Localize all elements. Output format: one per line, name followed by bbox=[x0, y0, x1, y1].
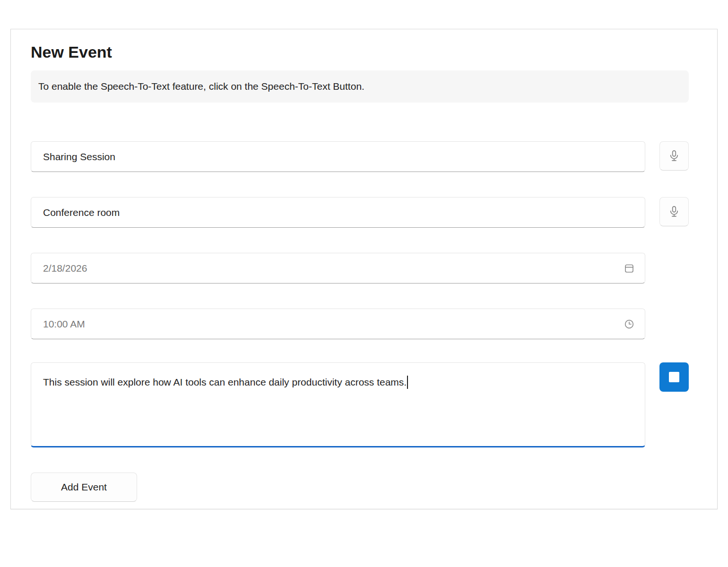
stop-recording-button[interactable] bbox=[659, 362, 689, 392]
description-text: This session will explore how AI tools c… bbox=[43, 377, 407, 387]
text-caret bbox=[407, 376, 408, 389]
page-title: New Event bbox=[31, 42, 689, 62]
description-input[interactable]: This session will explore how AI tools c… bbox=[31, 362, 645, 447]
time-fieldwrap bbox=[31, 309, 645, 339]
location-input[interactable] bbox=[31, 197, 645, 228]
add-event-button[interactable]: Add Event bbox=[31, 472, 137, 502]
info-bar: To enable the Speech-To-Text feature, cl… bbox=[31, 70, 689, 103]
microphone-icon bbox=[667, 149, 681, 163]
stop-square-icon bbox=[669, 372, 679, 382]
date-row bbox=[31, 253, 689, 284]
title-row bbox=[31, 141, 689, 172]
location-speech-to-text-button[interactable] bbox=[659, 197, 689, 226]
time-row bbox=[31, 309, 689, 339]
event-title-input[interactable] bbox=[31, 141, 645, 172]
date-fieldwrap bbox=[31, 253, 645, 284]
title-fieldwrap bbox=[31, 141, 645, 172]
microphone-icon bbox=[667, 205, 681, 218]
description-row: This session will explore how AI tools c… bbox=[31, 362, 689, 447]
location-row bbox=[31, 197, 689, 228]
time-input[interactable] bbox=[31, 309, 645, 339]
date-input[interactable] bbox=[31, 253, 645, 284]
new-event-panel: New Event To enable the Speech-To-Text f… bbox=[10, 29, 718, 509]
title-speech-to-text-button[interactable] bbox=[659, 141, 689, 171]
info-bar-text: To enable the Speech-To-Text feature, cl… bbox=[38, 81, 364, 92]
location-fieldwrap bbox=[31, 197, 645, 228]
